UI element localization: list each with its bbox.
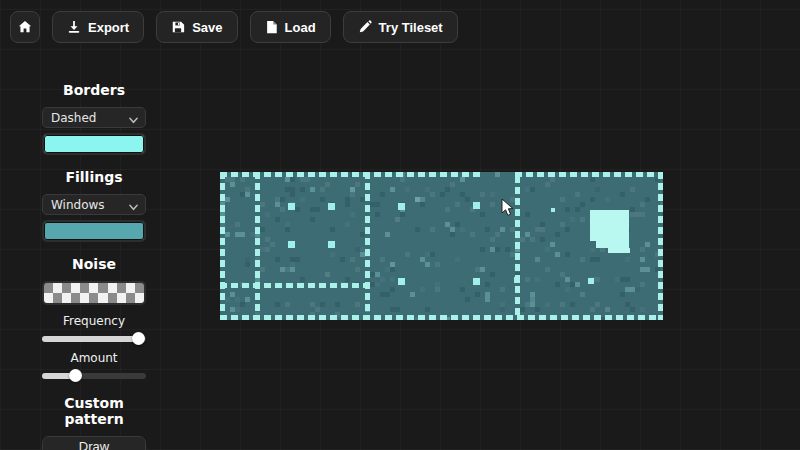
slider-fill xyxy=(42,336,139,342)
noise-heading: Noise xyxy=(42,256,146,272)
export-button[interactable]: Export xyxy=(52,11,144,43)
chevron-down-icon xyxy=(129,113,138,127)
try-tileset-button-label: Try Tileset xyxy=(379,20,443,35)
app-window: Export Save Load Try Tileset Borders Das… xyxy=(0,0,800,450)
borders-select[interactable]: Dashed xyxy=(42,107,146,128)
save-button-label: Save xyxy=(192,20,222,35)
load-button[interactable]: Load xyxy=(250,11,331,43)
draw-button[interactable]: Draw xyxy=(42,436,146,450)
save-button[interactable]: Save xyxy=(156,11,237,43)
load-button-label: Load xyxy=(285,20,316,35)
pencil-icon xyxy=(358,20,372,34)
chevron-down-icon xyxy=(129,200,138,214)
home-icon xyxy=(18,20,32,34)
noise-pattern-swatch[interactable] xyxy=(42,281,146,305)
fillings-select[interactable]: Windows xyxy=(42,194,146,215)
download-icon xyxy=(67,20,81,34)
mouse-cursor xyxy=(501,198,514,221)
floppy-icon xyxy=(171,20,185,34)
slider-thumb[interactable] xyxy=(69,369,82,382)
tile-canvas[interactable] xyxy=(220,172,663,320)
toolbar: Export Save Load Try Tileset xyxy=(10,11,458,43)
fillings-heading: Fillings xyxy=(42,169,146,185)
file-icon xyxy=(265,20,278,34)
borders-heading: Borders xyxy=(42,82,146,98)
sidebar: Borders Dashed Fillings Windows Noise Fr… xyxy=(42,82,146,450)
try-tileset-button[interactable]: Try Tileset xyxy=(343,11,458,43)
filling-color-swatch[interactable] xyxy=(42,220,146,242)
frequency-label: Frequency xyxy=(42,314,146,328)
amount-label: Amount xyxy=(42,351,146,365)
fillings-select-value: Windows xyxy=(51,198,105,212)
amount-slider[interactable] xyxy=(42,369,146,382)
frequency-slider[interactable] xyxy=(42,332,146,345)
slider-thumb[interactable] xyxy=(132,332,145,345)
borders-select-value: Dashed xyxy=(51,111,96,125)
home-button[interactable] xyxy=(10,11,40,43)
export-button-label: Export xyxy=(88,20,129,35)
custom-pattern-heading: Custom pattern xyxy=(42,395,146,427)
border-color-swatch[interactable] xyxy=(42,133,146,155)
